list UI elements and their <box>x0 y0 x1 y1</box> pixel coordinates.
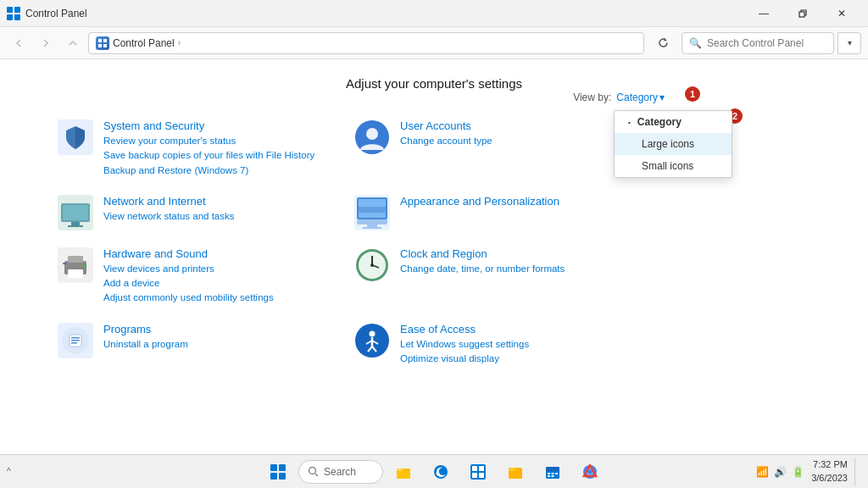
refresh-button[interactable] <box>651 31 675 55</box>
user-accounts-icon <box>354 119 390 155</box>
svg-rect-7 <box>98 44 102 47</box>
programs-content: Programs Uninstall a program <box>103 323 188 352</box>
window-controls: — ✕ <box>744 0 861 27</box>
network-internet-title[interactable]: Network and Internet <box>103 195 234 208</box>
svg-point-53 <box>309 468 316 474</box>
svg-point-11 <box>366 128 378 140</box>
svg-rect-3 <box>14 14 20 20</box>
system-security-links: Review your computer's status Save backu… <box>103 134 314 178</box>
folder-button[interactable] <box>498 457 532 487</box>
badge-1: 1 <box>685 86 700 102</box>
edge-button[interactable] <box>424 457 458 487</box>
system-security-icon <box>58 119 93 155</box>
file-explorer-button[interactable] <box>387 457 420 487</box>
forward-button[interactable] <box>34 31 58 55</box>
optimize-visual-link[interactable]: Optimize visual display <box>400 352 529 366</box>
navbar: Control Panel › 🔍 ▾ <box>0 27 868 59</box>
hardware-sound-title[interactable]: Hardware and Sound <box>103 247 274 260</box>
taskbar-search[interactable]: Search <box>298 460 383 484</box>
network-internet-content: Network and Internet View network status… <box>103 195 234 224</box>
windows-suggest-link[interactable]: Let Windows suggest settings <box>400 337 529 352</box>
svg-rect-60 <box>479 466 484 471</box>
svg-rect-15 <box>71 222 80 225</box>
programs-title[interactable]: Programs <box>103 323 188 336</box>
dropdown-category[interactable]: • Category <box>615 111 732 133</box>
dropdown-small-icons-label: Small icons <box>642 160 693 172</box>
close-button[interactable]: ✕ <box>822 0 861 27</box>
control-panel-icon <box>7 7 20 20</box>
svg-line-54 <box>315 474 318 476</box>
taskbar-center: Search <box>261 457 607 487</box>
store-button[interactable] <box>461 457 495 487</box>
clock-region-content: Clock and Region Change date, time, or n… <box>400 247 565 276</box>
svg-point-43 <box>370 330 376 336</box>
taskbar-clock[interactable]: 7:32 PM 3/6/2023 <box>811 458 848 485</box>
hardware-sound-links: View devices and printers Add a device A… <box>103 262 274 306</box>
breadcrumb: Control Panel › <box>88 32 644 54</box>
taskbar-chevron[interactable]: ^ <box>7 467 11 476</box>
search-icon: 🔍 <box>689 37 702 49</box>
network-internet-links: View network status and tasks <box>103 209 234 224</box>
dropdown-small-icons[interactable]: Small icons <box>615 155 732 177</box>
clock-region-title[interactable]: Clock and Region <box>400 247 565 260</box>
svg-rect-64 <box>509 468 515 471</box>
start-button[interactable] <box>261 457 295 487</box>
system-security-title[interactable]: System and Security <box>103 119 314 132</box>
chrome-button[interactable] <box>573 457 607 487</box>
network-internet-icon <box>58 195 93 230</box>
svg-rect-62 <box>479 473 484 478</box>
svg-rect-5 <box>98 39 102 42</box>
appearance-icon <box>354 195 390 230</box>
taskbar-left: ^ <box>7 467 11 476</box>
mobility-settings-link[interactable]: Adjust commonly used mobility settings <box>103 291 274 305</box>
user-accounts-title[interactable]: User Accounts <box>400 119 492 132</box>
search-box: 🔍 <box>682 32 834 54</box>
view-by-button[interactable]: Category ▾ <box>616 92 665 103</box>
ease-of-access-links: Let Windows suggest settings Optimize vi… <box>400 337 529 367</box>
clock-region-links: Change date, time, or number formats <box>400 262 565 276</box>
uninstall-link[interactable]: Uninstall a program <box>103 337 188 352</box>
svg-rect-59 <box>472 466 477 471</box>
svg-rect-14 <box>63 205 88 220</box>
hardware-sound-content: Hardware and Sound View devices and prin… <box>103 247 274 306</box>
view-by-label: View by: <box>573 92 611 103</box>
minimize-button[interactable]: — <box>744 0 783 27</box>
svg-rect-4 <box>799 12 804 17</box>
calendar-button[interactable] <box>536 457 570 487</box>
view-by-dropdown: • Category Large icons Small icons <box>614 110 732 178</box>
svg-point-29 <box>83 264 86 268</box>
svg-rect-21 <box>357 219 387 225</box>
restore-button[interactable] <box>783 0 822 27</box>
svg-rect-1 <box>14 7 20 13</box>
category-programs: Programs Uninstall a program <box>51 314 348 375</box>
ease-of-access-title[interactable]: Ease of Access <box>400 323 529 336</box>
view-network-link[interactable]: View network status and tasks <box>103 209 234 224</box>
view-devices-link[interactable]: View devices and printers <box>103 262 274 276</box>
user-accounts-links: Change account type <box>400 134 492 148</box>
nav-dropdown-button[interactable]: ▾ <box>837 32 861 54</box>
change-account-link[interactable]: Change account type <box>400 134 492 148</box>
up-button[interactable] <box>61 31 85 55</box>
svg-rect-39 <box>71 340 80 341</box>
ease-of-access-content: Ease of Access Let Windows suggest setti… <box>400 323 529 367</box>
svg-point-35 <box>370 263 374 267</box>
show-desktop-button[interactable] <box>854 458 858 485</box>
backup-restore-link[interactable]: Backup and Restore (Windows 7) <box>103 164 314 178</box>
search-input[interactable] <box>707 37 826 49</box>
review-status-link[interactable]: Review your computer's status <box>103 134 314 148</box>
svg-rect-69 <box>552 473 554 474</box>
svg-rect-40 <box>71 342 77 344</box>
system-icons: 📶 🔊 🔋 <box>756 466 804 478</box>
backup-files-link[interactable]: Save backup copies of your files with Fi… <box>103 148 314 163</box>
add-device-link[interactable]: Add a device <box>103 276 274 291</box>
svg-rect-71 <box>548 475 550 477</box>
back-button[interactable] <box>7 31 31 55</box>
appearance-title[interactable]: Appearance and Personalization <box>400 195 559 208</box>
svg-rect-27 <box>68 269 83 278</box>
category-user-accounts: User Accounts Change account type <box>348 111 644 186</box>
dropdown-large-icons[interactable]: Large icons <box>615 133 732 155</box>
change-date-link[interactable]: Change date, time, or number formats <box>400 262 565 276</box>
svg-rect-8 <box>103 44 107 47</box>
svg-rect-52 <box>279 473 286 480</box>
programs-links: Uninstall a program <box>103 337 188 352</box>
